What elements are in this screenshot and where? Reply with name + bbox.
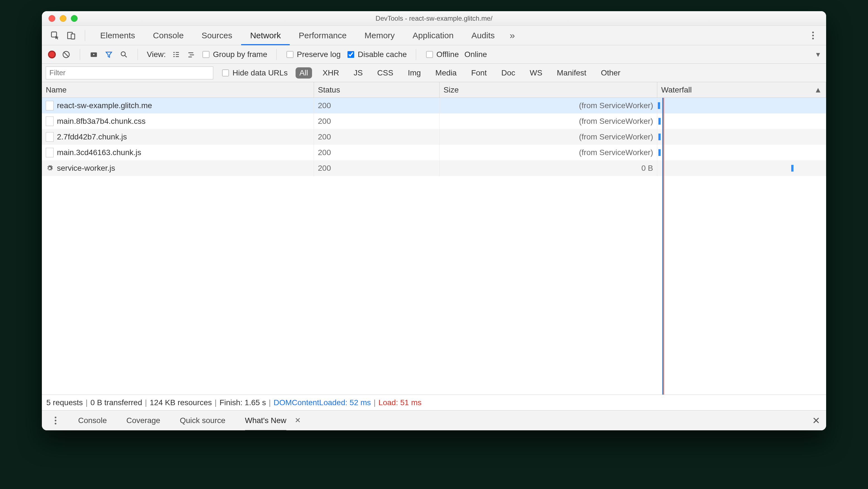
capture-screenshots-icon[interactable] — [89, 50, 98, 59]
summary-requests: 5 requests — [46, 398, 83, 407]
drawer-menu-icon[interactable] — [48, 413, 63, 428]
filter-icon[interactable] — [104, 50, 114, 59]
search-icon[interactable] — [119, 50, 129, 59]
device-toolbar-icon[interactable] — [64, 28, 79, 43]
throttling-dropdown-icon[interactable]: ▾ — [816, 50, 820, 59]
request-waterfall — [657, 113, 826, 129]
document-icon — [46, 148, 54, 157]
request-size: (from ServiceWorker) — [440, 145, 657, 161]
request-name: main.8fb3a7b4.chunk.css — [57, 117, 146, 126]
svg-rect-2 — [71, 34, 75, 39]
tab-performance[interactable]: Performance — [290, 26, 355, 45]
col-name[interactable]: Name — [42, 82, 314, 97]
overview-icon[interactable] — [186, 50, 196, 59]
filter-type-js[interactable]: JS — [350, 67, 367, 79]
request-status: 200 — [314, 145, 440, 161]
drawer-tab-console[interactable]: Console — [78, 416, 107, 425]
drawer-tab-coverage[interactable]: Coverage — [126, 416, 160, 425]
svg-point-6 — [121, 52, 125, 56]
tab-sources[interactable]: Sources — [193, 26, 241, 45]
request-waterfall — [657, 98, 826, 113]
request-size: (from ServiceWorker) — [440, 129, 657, 145]
online-label[interactable]: Online — [464, 50, 487, 59]
more-tabs-icon[interactable]: » — [505, 28, 520, 43]
close-tab-icon[interactable]: ✕ — [295, 416, 301, 425]
preserve-log-checkbox[interactable]: Preserve log — [285, 50, 341, 59]
summary-dcl: DOMContentLoaded: 52 ms — [274, 398, 371, 407]
titlebar: DevTools - react-sw-example.glitch.me/ — [42, 11, 826, 26]
table-row[interactable]: main.8fb3a7b4.chunk.css200(from ServiceW… — [42, 113, 826, 129]
settings-menu-icon[interactable] — [805, 28, 820, 43]
filter-type-ws[interactable]: WS — [526, 67, 546, 79]
col-status[interactable]: Status — [314, 82, 440, 97]
filter-input[interactable] — [46, 66, 213, 79]
clear-icon[interactable] — [61, 50, 71, 59]
filter-type-font[interactable]: Font — [467, 67, 491, 79]
offline-label: Offline — [436, 50, 459, 59]
hide-data-urls-label: Hide data URLs — [232, 68, 288, 78]
filter-type-css[interactable]: CSS — [373, 67, 397, 79]
record-button[interactable] — [48, 51, 56, 58]
summary-load: Load: 51 ms — [378, 398, 422, 407]
view-label: View: — [147, 50, 166, 59]
filter-type-media[interactable]: Media — [432, 67, 461, 79]
request-waterfall — [657, 129, 826, 145]
document-icon — [46, 117, 54, 126]
table-row[interactable]: main.3cd46163.chunk.js200(from ServiceWo… — [42, 145, 826, 161]
filter-type-xhr[interactable]: XHR — [319, 67, 343, 79]
request-status: 200 — [314, 129, 440, 145]
offline-checkbox[interactable]: Offline — [425, 50, 459, 59]
group-by-frame-checkbox[interactable]: Group by frame — [202, 50, 268, 59]
request-name: 2.7fdd42b7.chunk.js — [57, 133, 127, 141]
summary-transferred: 0 B transferred — [90, 398, 142, 407]
gear-icon — [46, 164, 54, 172]
large-rows-icon[interactable] — [172, 50, 181, 59]
table-row[interactable]: service-worker.js2000 B — [42, 161, 826, 176]
request-name: service-worker.js — [57, 164, 115, 173]
drawer-tab-what-s-new[interactable]: What's New — [245, 416, 287, 431]
filter-type-img[interactable]: Img — [404, 67, 425, 79]
drawer-tab-quick-source[interactable]: Quick source — [180, 416, 225, 425]
request-waterfall — [657, 145, 826, 161]
table-row[interactable]: 2.7fdd42b7.chunk.js200(from ServiceWorke… — [42, 129, 826, 145]
tab-application[interactable]: Application — [404, 26, 462, 45]
table-header: Name Status Size Waterfall▲ — [42, 82, 826, 98]
table-row[interactable]: react-sw-example.glitch.me200(from Servi… — [42, 98, 826, 113]
svg-point-5 — [93, 53, 95, 56]
drawer-tabstrip: ConsoleCoverageQuick sourceWhat's New✕ ✕ — [42, 410, 826, 430]
filter-type-other[interactable]: Other — [597, 67, 624, 79]
main-tabstrip: ElementsConsoleSourcesNetworkPerformance… — [42, 26, 826, 45]
tab-network[interactable]: Network — [241, 26, 290, 45]
request-size: (from ServiceWorker) — [440, 113, 657, 129]
tab-audits[interactable]: Audits — [462, 26, 503, 45]
request-status: 200 — [314, 113, 440, 129]
hide-data-urls-checkbox[interactable]: Hide data URLs — [221, 68, 288, 78]
disable-cache-checkbox[interactable]: Disable cache — [346, 50, 407, 59]
tab-elements[interactable]: Elements — [91, 26, 144, 45]
tab-memory[interactable]: Memory — [355, 26, 404, 45]
col-size[interactable]: Size — [440, 82, 657, 97]
filter-type-doc[interactable]: Doc — [497, 67, 519, 79]
summary-finish: Finish: 1.65 s — [219, 398, 266, 407]
devtools-window: DevTools - react-sw-example.glitch.me/ E… — [42, 11, 826, 430]
disable-cache-label: Disable cache — [358, 50, 407, 59]
document-icon — [46, 132, 54, 142]
filter-type-manifest[interactable]: Manifest — [553, 67, 590, 79]
request-size: (from ServiceWorker) — [440, 98, 657, 113]
filter-bar: Hide data URLs AllXHRJSCSSImgMediaFontDo… — [42, 64, 826, 82]
group-by-frame-label: Group by frame — [213, 50, 268, 59]
request-status: 200 — [314, 161, 440, 176]
drawer-close-icon[interactable]: ✕ — [812, 415, 820, 426]
sort-asc-icon: ▲ — [814, 86, 822, 94]
tab-console[interactable]: Console — [144, 26, 193, 45]
document-icon — [46, 101, 54, 110]
request-size: 0 B — [440, 161, 657, 176]
request-waterfall — [657, 161, 826, 176]
preserve-log-label: Preserve log — [297, 50, 341, 59]
network-toolbar: View: Group by frame Preserve log Disabl… — [42, 45, 826, 64]
inspect-element-icon[interactable] — [48, 28, 63, 43]
request-table: react-sw-example.glitch.me200(from Servi… — [42, 98, 826, 395]
col-waterfall[interactable]: Waterfall▲ — [657, 82, 826, 97]
filter-type-all[interactable]: All — [296, 67, 312, 79]
window-title: DevTools - react-sw-example.glitch.me/ — [42, 15, 826, 22]
